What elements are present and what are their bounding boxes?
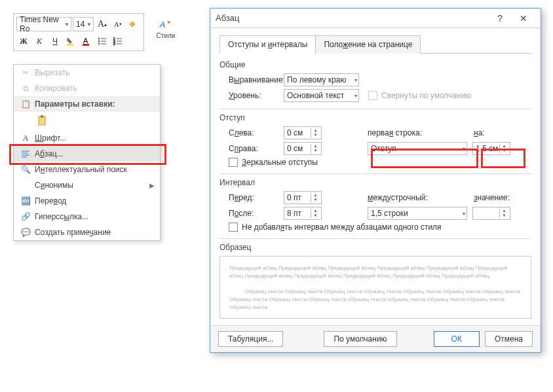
font-name-value: Times New Ro: [20, 15, 64, 33]
tab-indents[interactable]: Отступы и интервалы: [219, 35, 316, 54]
shrink-font-button[interactable]: A▾: [111, 17, 125, 31]
font-name-select[interactable]: Times New Ro ▼: [16, 17, 71, 31]
group-general: Общие: [219, 60, 531, 64]
font-size-select[interactable]: 14 ▼: [73, 17, 94, 31]
underline-label: Ч: [52, 37, 58, 46]
font-size-value: 14: [76, 20, 85, 29]
bold-button[interactable]: Ж: [16, 34, 31, 48]
underline-button[interactable]: Ч: [48, 34, 62, 48]
dialog-title: Абзац: [216, 13, 239, 23]
chevron-down-icon: ▼: [86, 22, 92, 27]
svg-point-6: [98, 41, 100, 42]
svg-text:3: 3: [113, 42, 115, 46]
styles-button[interactable]: A Стили: [153, 14, 178, 42]
highlight-button[interactable]: [64, 34, 78, 48]
grow-font-button[interactable]: A▴: [95, 17, 109, 31]
mini-toolbar: Times New Ro ▼ 14 ▼ A▴ A▾ A Стили Ж К Ч …: [13, 13, 144, 51]
svg-text:A: A: [83, 37, 88, 45]
svg-text:A: A: [159, 19, 166, 29]
paragraph-dialog: Абзац ? ✕ Отступы и интервалы Положение …: [210, 8, 541, 64]
chevron-down-icon: ▼: [64, 22, 69, 27]
font-color-button[interactable]: A: [79, 34, 94, 48]
titlebar: Абзац ? ✕: [210, 9, 541, 28]
italic-button[interactable]: К: [32, 34, 47, 48]
svg-point-8: [98, 43, 100, 45]
dialog-tabs: Отступы и интервалы Положение на страниц…: [219, 35, 531, 54]
help-button[interactable]: ?: [488, 13, 512, 24]
close-button[interactable]: ✕: [512, 13, 535, 24]
numbering-button[interactable]: 123: [111, 34, 125, 48]
bullets-button[interactable]: [95, 34, 109, 48]
tab-position[interactable]: Положение на странице: [315, 35, 421, 54]
svg-point-4: [98, 38, 100, 39]
svg-rect-3: [83, 44, 89, 46]
format-painter-button[interactable]: [126, 17, 141, 31]
styles-label: Стили: [157, 32, 176, 39]
svg-rect-1: [67, 44, 73, 46]
